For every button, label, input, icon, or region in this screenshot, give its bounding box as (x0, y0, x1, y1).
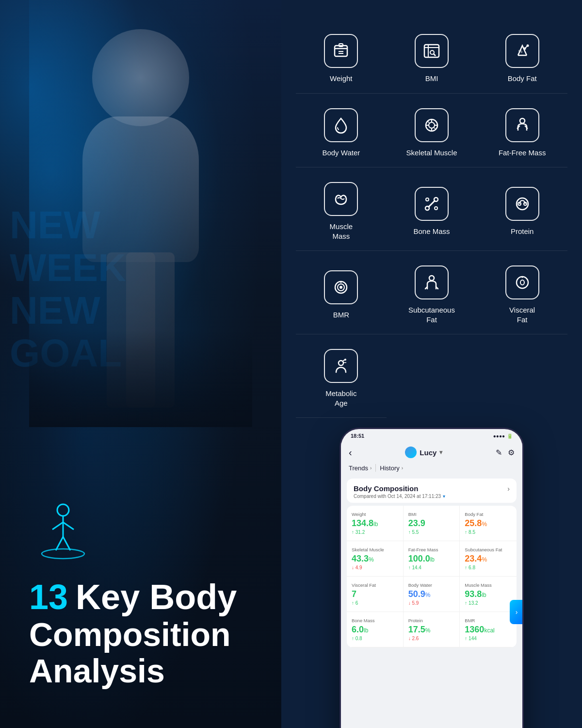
visceral-fat-label: VisceralFat (509, 305, 535, 324)
body-water-icon (324, 108, 358, 142)
icon-subcutaneous-fat[interactable]: SubcutaneousFat (387, 251, 477, 334)
metric-cell-visceral-fat: Visceral Fat 7 ↑ 6 (347, 577, 404, 612)
metric-change: ↓ 4.9 (352, 565, 398, 570)
metric-cell-bone-mass: Bone Mass 6.0lb ↑ 0.8 (347, 612, 404, 647)
metric-cell-protein: Protein 17.5% ↓ 2.6 (404, 612, 460, 647)
metric-label: BMI (408, 512, 455, 517)
section-chevron[interactable]: › (507, 485, 510, 493)
tab-trends[interactable]: Trends › (349, 464, 372, 472)
status-bar: 18:51 ●●●● 🔋 (341, 429, 522, 443)
right-panel: Weight BMI % (281, 0, 582, 728)
muscle-mass-icon (324, 182, 358, 216)
signal-icon: ●●●● (493, 433, 505, 439)
icon-body-fat[interactable]: % Body Fat (477, 19, 567, 94)
edit-icon[interactable]: ✎ (496, 448, 502, 457)
tabs-row: Trends › History › (341, 462, 522, 476)
metric-unit: lb (482, 592, 486, 598)
metabolic-age-label: MetabolicAge (325, 389, 356, 408)
metric-change: ↑ 6.8 (465, 565, 512, 570)
tab-history[interactable]: History › (380, 464, 403, 472)
trends-chevron: › (370, 465, 372, 471)
metric-change: ↑ 5.5 (408, 529, 455, 535)
svg-point-15 (430, 50, 434, 54)
back-button[interactable]: ‹ (349, 447, 352, 458)
icon-body-water[interactable]: Body Water (296, 94, 387, 168)
svg-point-35 (434, 198, 438, 201)
history-chevron: › (402, 465, 403, 471)
subtitle-text: Compared with Oct 14, 2024 at 17:11:23 (354, 494, 441, 499)
icon-fat-free-mass[interactable]: Fat-Free Mass (477, 94, 567, 168)
svg-line-4 (63, 522, 74, 529)
icon-skeletal-muscle[interactable]: Skeletal Muscle (387, 94, 477, 168)
icon-protein[interactable]: Protein (477, 167, 567, 251)
skeletal-muscle-label: Skeletal Muscle (406, 148, 457, 158)
metric-change: ↑ 31.2 (352, 529, 398, 535)
tab-divider (375, 464, 376, 472)
headline-line3: Analysis (29, 653, 237, 689)
metric-unit: % (425, 627, 431, 634)
metric-cell-fat-free-mass: Fat-Free Mass 100.0lb ↑ 14.4 (404, 541, 460, 577)
metric-label: Fat-Free Mass (408, 547, 455, 552)
body-fat-label: Body Fat (508, 74, 537, 83)
settings-icon[interactable]: ⚙ (508, 448, 515, 457)
svg-point-0 (42, 549, 84, 559)
metric-value: 17.5% (408, 625, 455, 634)
svg-line-33 (428, 200, 435, 207)
metric-value: 50.9% (408, 590, 455, 598)
time-display: 18:51 (351, 433, 364, 439)
metric-cell-skeletal-muscle: Skeletal Muscle 43.3% ↓ 4.9 (347, 541, 404, 577)
battery-icon: 🔋 (507, 433, 513, 439)
muscle-mass-label: MuscleMass (330, 222, 353, 241)
weight-icon (324, 34, 358, 68)
icon-bmi[interactable]: BMI (387, 19, 477, 94)
icon-weight[interactable]: Weight (296, 19, 387, 94)
metric-value: 43.3% (352, 554, 398, 563)
metric-change: ↑ 8.5 (465, 529, 512, 535)
phone-frame: 18:51 ●●●● 🔋 ‹ Lucy ▾ ✎ (340, 428, 524, 728)
metric-label: BMR (465, 618, 512, 623)
headline-number: 13 (29, 579, 68, 614)
fat-free-mass-label: Fat-Free Mass (499, 148, 546, 158)
subcutaneous-fat-label: SubcutaneousFat (408, 305, 455, 324)
metric-unit: % (482, 556, 487, 563)
metric-value: 134.8lb (352, 519, 398, 528)
metric-unit: lb (430, 556, 435, 563)
metric-label: Body Fat (465, 512, 512, 517)
icon-bmr[interactable]: BMR (296, 251, 387, 334)
visceral-fat-icon (505, 265, 539, 299)
body-water-label: Body Water (322, 148, 360, 158)
bmr-icon (324, 270, 358, 304)
bone-mass-icon (415, 187, 449, 221)
fat-free-mass-icon (505, 108, 539, 142)
svg-point-36 (426, 198, 429, 201)
metric-unit: lb (373, 521, 378, 528)
metric-value: 6.0lb (352, 625, 398, 634)
svg-line-16 (434, 54, 436, 56)
metric-unit: % (482, 521, 487, 528)
icon-muscle-mass[interactable]: MuscleMass (296, 167, 387, 251)
bmr-label: BMR (333, 310, 349, 320)
metric-value: 23.4% (465, 554, 512, 563)
dropdown-icon[interactable]: ▾ (439, 449, 442, 456)
left-panel: NEWWEEKNEWGOAL 13 Key Body (0, 0, 281, 728)
metric-cell-body-fat: Body Fat 25.8% ↑ 8.5 (460, 506, 517, 541)
side-tab[interactable]: › (510, 600, 523, 624)
icon-visceral-fat[interactable]: VisceralFat (477, 251, 567, 334)
metric-label: Muscle Mass (465, 582, 512, 588)
metric-label: Body Water (408, 582, 455, 588)
metric-change: ↑ 13.2 (465, 600, 512, 606)
bone-mass-label: Bone Mass (413, 227, 450, 236)
metric-change: ↓ 5.9 (408, 600, 455, 606)
subcutaneous-fat-icon (415, 265, 449, 299)
metric-change: ↑ 144 (465, 636, 512, 641)
metric-cell-muscle-mass: Muscle Mass 93.8lb ↑ 13.2 (460, 577, 517, 612)
user-avatar (405, 447, 417, 458)
svg-point-34 (425, 206, 429, 210)
svg-point-21 (526, 45, 529, 47)
icon-bone-mass[interactable]: Bone Mass (387, 167, 477, 251)
svg-point-30 (520, 118, 525, 123)
nav-title-area: Lucy ▾ (405, 447, 442, 458)
phone-body[interactable]: ‹ Lucy ▾ ✎ ⚙ Trends › (341, 443, 522, 728)
icon-metabolic-age[interactable]: MetabolicAge (296, 334, 387, 418)
metric-label: Weight (352, 512, 398, 517)
